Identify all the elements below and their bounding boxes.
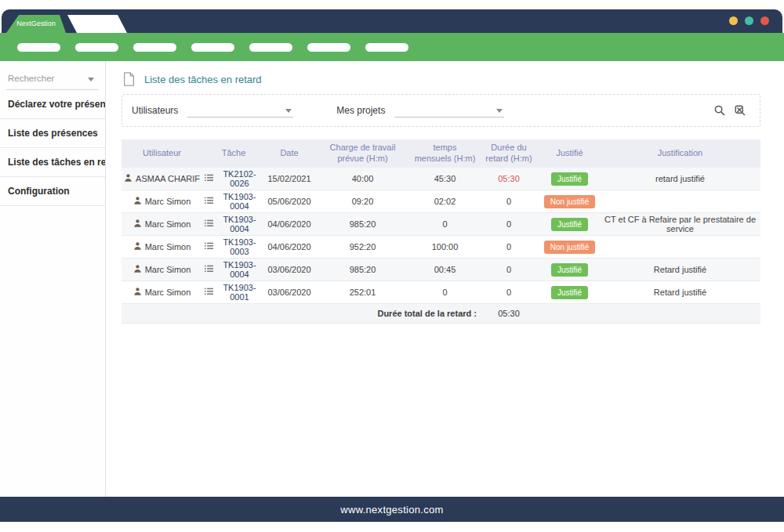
user-name: Marc Simon [145, 242, 191, 252]
user-cell: Marc Simon [122, 194, 202, 208]
nav-pill[interactable] [17, 43, 60, 52]
top-nav-bar [0, 33, 784, 61]
date-cell: 04/06/2020 [265, 218, 314, 230]
user-cell: Marc Simon [122, 285, 202, 299]
sidebar-item-4[interactable]: Configuration [0, 177, 105, 206]
nav-pill[interactable] [191, 43, 234, 52]
task-code: TK1903-0001 [216, 283, 263, 302]
delay-cell: 0 [478, 241, 539, 253]
column-header: Utilisateur [122, 145, 202, 162]
total-delay-label: Durée total de la retard : [122, 309, 478, 318]
monthly-hours-cell: 00:45 [412, 263, 478, 276]
user-icon [124, 173, 132, 184]
nav-pill[interactable] [365, 43, 408, 52]
task-code: TK1903-0004 [216, 215, 263, 233]
filter-actions [714, 105, 746, 116]
column-header: Tâche [202, 145, 265, 162]
task-cell: TK1903-0003 [202, 236, 265, 258]
table-row[interactable]: Marc SimonTK1903-000404/06/2020985:2000J… [122, 213, 760, 236]
status-cell: Justifié [539, 171, 600, 187]
table-row[interactable]: Marc SimonTK1903-000103/06/2020252:0100J… [122, 281, 760, 304]
nav-pill[interactable] [133, 43, 176, 52]
clear-search-icon[interactable] [735, 105, 746, 116]
document-icon [123, 72, 135, 86]
window-control-yellow-dot[interactable] [729, 16, 738, 25]
sidebar: Rechercher Déclarez votre présenceListe … [0, 61, 106, 497]
sidebar-search-select[interactable]: Rechercher [6, 69, 99, 90]
justification-cell: Retard justifié [600, 263, 760, 276]
monthly-hours-cell: 0 [412, 218, 478, 230]
search-icon[interactable] [714, 105, 725, 116]
table-row[interactable]: Marc SimonTK1903-000304/06/2020952:20100… [122, 236, 760, 259]
status-cell: Non justifié [539, 194, 600, 210]
task-code: TK2102-0026 [216, 169, 263, 188]
nav-pill[interactable] [249, 43, 292, 52]
status-cell: Justifié [539, 284, 600, 301]
window-control-red-dot[interactable] [760, 16, 769, 25]
sidebar-item-3[interactable]: Liste des tâches en ret... [0, 148, 105, 177]
blank-tab[interactable] [67, 15, 127, 33]
justification-cell: CT et CF à Refaire par le prestataire de… [600, 213, 760, 235]
user-icon [133, 287, 142, 298]
user-name: Marc Simon [145, 197, 191, 206]
sidebar-item-2[interactable]: Liste des présences [0, 119, 105, 148]
planned-hours-cell: 09:20 [314, 195, 412, 208]
column-header: Charge de travail prévue (H:m) [314, 139, 412, 168]
date-cell: 03/06/2020 [265, 263, 314, 276]
justification-cell [600, 245, 760, 248]
filter-panel: Utilisateurs Mes projets [122, 94, 760, 127]
status-cell: Non justifié [539, 239, 600, 255]
column-header: temps mensuels (H:m) [412, 139, 478, 168]
task-cell: TK1903-0004 [202, 259, 265, 280]
footer-bar: www.nextgestion.com [0, 497, 784, 522]
table-row[interactable]: ASMAA CHARIFTK2102-002615/02/202140:0045… [122, 168, 760, 190]
table-row[interactable]: Marc SimonTK1903-000405/06/202009:2002:0… [122, 190, 760, 213]
status-cell: Justifié [539, 262, 600, 278]
delay-cell: 0 [478, 286, 539, 299]
chevron-down-icon [285, 109, 292, 113]
date-cell: 04/06/2020 [265, 241, 314, 253]
users-filter-select[interactable] [187, 103, 293, 118]
task-code: TK1903-0003 [216, 237, 263, 256]
nav-pill[interactable] [307, 43, 350, 52]
user-icon [133, 264, 142, 275]
task-list-icon [205, 197, 213, 206]
table-total-row: Durée total de la retard : 05:30 [122, 304, 760, 324]
task-list-icon [205, 265, 213, 274]
sidebar-item-1[interactable]: Déclarez votre présence [0, 90, 105, 119]
column-header: Date [265, 145, 314, 162]
planned-hours-cell: 40:00 [314, 172, 412, 185]
date-cell: 03/06/2020 [265, 286, 314, 299]
sidebar-search-placeholder: Rechercher [8, 74, 54, 83]
window-title-bar: NextGestion [2, 9, 782, 33]
status-badge: Non justifié [544, 195, 595, 208]
total-delay-value: 05:30 [478, 309, 539, 318]
task-cell: TK1903-0001 [202, 281, 265, 303]
column-header: Durée du retard (H:m) [478, 139, 539, 168]
page-title: Liste des tâches en retard [144, 74, 262, 85]
table-row[interactable]: Marc SimonTK1903-000403/06/2020985:2000:… [122, 259, 760, 281]
chevron-down-icon [88, 78, 94, 81]
status-badge: Justifié [551, 263, 588, 277]
user-cell: Marc Simon [122, 217, 202, 231]
nav-pill[interactable] [75, 43, 118, 52]
monthly-hours-cell: 100:00 [412, 241, 478, 253]
projects-filter-select[interactable] [394, 103, 504, 118]
brand-tab[interactable]: NextGestion [6, 15, 66, 33]
main-region: Rechercher Déclarez votre présenceListe … [0, 61, 784, 497]
status-badge: Justifié [551, 218, 588, 231]
task-list-icon [205, 174, 213, 183]
planned-hours-cell: 985:20 [314, 263, 412, 276]
delay-cell: 05:30 [478, 172, 539, 185]
footer-url: www.nextgestion.com [340, 504, 443, 516]
users-filter-label: Utilisateurs [132, 105, 178, 116]
user-name: Marc Simon [145, 219, 191, 229]
user-icon [133, 241, 142, 252]
status-badge: Non justifié [544, 241, 595, 254]
user-cell: Marc Simon [122, 262, 202, 277]
window-control-teal-dot[interactable] [745, 16, 753, 25]
task-cell: TK2102-0026 [202, 168, 265, 190]
user-icon [133, 196, 142, 207]
delay-cell: 0 [478, 263, 539, 276]
task-cell: TK1903-0004 [202, 190, 265, 212]
